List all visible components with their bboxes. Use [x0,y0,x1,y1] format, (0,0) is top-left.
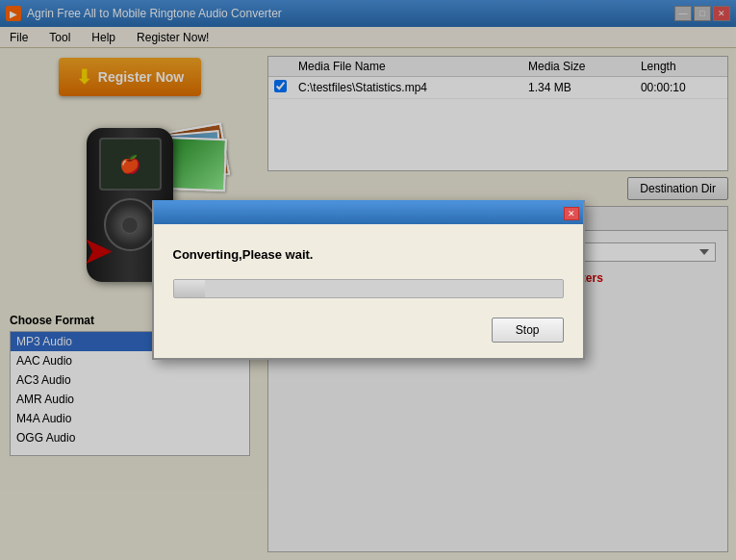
stop-button[interactable]: Stop [492,318,564,343]
progress-bar [173,279,564,298]
modal-overlay: ✕ Converting,Please wait. Stop [0,0,736,560]
converting-dialog: ✕ Converting,Please wait. Stop [152,200,585,360]
converting-text: Converting,Please wait. [173,247,564,262]
modal-body: Converting,Please wait. Stop [154,224,583,358]
modal-buttons: Stop [173,318,564,343]
progress-bar-fill [174,280,205,297]
modal-close-button[interactable]: ✕ [564,207,579,220]
modal-title-bar: ✕ [154,203,583,224]
